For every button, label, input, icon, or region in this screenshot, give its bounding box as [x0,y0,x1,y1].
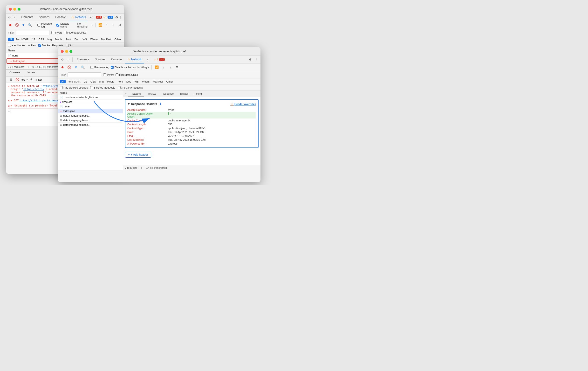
fg-panel-tab-headers[interactable]: Headers [128,90,144,97]
bg-prompt-cursor[interactable] [10,109,11,113]
fg-settings-icon[interactable]: ⚙ [248,57,253,62]
fg-panel-tab-initiator[interactable]: Initiator [177,90,191,97]
fg-blocked-requests-checkbox[interactable] [90,86,93,89]
fg-filter-btn[interactable]: ▼ [73,65,79,70]
fg-net-row-5[interactable]: 🖼 data:image/png;base... [58,118,123,123]
fg-response-headers-help[interactable]: ℹ [158,102,163,107]
fg-tab-console[interactable]: Console [109,56,124,64]
fg-panel-tab-timing[interactable]: Timing [191,90,205,97]
bg-type-js[interactable]: JS [31,38,37,41]
bg-type-css[interactable]: CSS [37,38,46,41]
fg-net-row-4[interactable]: 🖼 data:image/png;base... [58,113,123,118]
bg-invert-checkbox[interactable] [51,31,54,34]
fg-invert-checkbox[interactable] [103,73,106,76]
fg-net-row-1[interactable]: ■ style.css [58,100,123,104]
fg-clear-btn[interactable]: 🚫 [67,65,72,70]
fg-more-tabs[interactable]: » [145,57,150,62]
fg-has-blocked-checkbox[interactable] [60,86,63,89]
bg-console-eye-icon[interactable]: 👁 [29,77,34,82]
bg-hide-data-urls-checkbox[interactable] [64,31,67,34]
bg-console-tab[interactable]: Console [6,70,23,76]
bg-console-clear-icon[interactable]: 🚫 [15,77,20,82]
bg-err1-link2[interactable]: https://cors- [23,88,44,91]
fg-type-media[interactable]: Media [106,80,116,83]
fg-type-fetch[interactable]: Fetch/XHR [66,80,82,83]
bg-select-icon[interactable]: ⊹ [8,15,11,20]
fg-download-icon[interactable]: ↓ [168,65,173,70]
fg-type-font[interactable]: Font [116,80,125,83]
bg-tab-elements[interactable]: Elements [19,13,35,21]
fg-record-btn[interactable]: ⏺ [60,65,65,70]
fg-type-img[interactable]: Img [98,80,105,83]
fg-hide-data-urls-checkbox[interactable] [116,73,118,76]
bg-more-tabs[interactable]: » [89,15,92,20]
fg-panel-tab-response[interactable]: Response [159,90,177,97]
bg-settings-icon[interactable]: ⚙ [115,15,118,20]
fg-net-row-0[interactable]: 📄 cors-demo-devtools.glitch.me... [58,95,123,100]
bg-type-fetch[interactable]: Fetch/XHR [14,38,30,41]
bg-more-menu[interactable]: ⋮ [119,15,122,20]
fg-type-doc[interactable]: Doc [125,80,133,83]
fg-select-icon[interactable]: ⊹ [60,57,65,62]
bg-has-blocked-checkbox[interactable] [8,44,11,47]
bg-console-sidebar-icon[interactable]: ⊟ [8,77,13,82]
bg-search-btn[interactable]: 🔍 [27,22,32,28]
bg-settings2-icon[interactable]: ⚙ [117,22,122,28]
fg-type-ws[interactable]: WS [133,80,140,83]
bg-disable-cache-checkbox[interactable] [56,24,59,27]
fg-type-all[interactable]: All [60,80,66,83]
bg-upload-icon[interactable]: ↑ [105,22,109,28]
fg-tab-sources[interactable]: Sources [92,56,108,64]
fg-tab-elements[interactable]: Elements [74,56,91,64]
bg-tab-console[interactable]: Console [53,13,68,21]
fg-device-icon[interactable]: ▭ [66,57,70,62]
fg-panel-tab-preview[interactable]: Preview [144,90,159,97]
fg-wifi-icon[interactable]: 📶 [154,65,159,70]
fg-type-other[interactable]: Other [165,80,174,83]
bg-download-icon[interactable]: ↓ [111,22,116,28]
fg-type-manifest[interactable]: Manifest [151,80,165,83]
bg-type-media[interactable]: Media [54,38,64,41]
fg-search-btn[interactable]: 🔍 [80,65,85,70]
bg-device-icon[interactable]: ▭ [12,15,15,20]
fg-third-party-checkbox[interactable] [118,86,121,89]
fg-more-menu[interactable]: ⋮ [254,57,259,62]
fg-preserve-log-checkbox[interactable] [90,66,93,69]
bg-close-btn[interactable] [9,8,12,11]
fg-disable-cache-checkbox[interactable] [111,66,114,69]
bg-issues-tab[interactable]: Issues [23,70,39,76]
bg-tab-sources[interactable]: Sources [36,13,52,21]
fg-type-css[interactable]: CSS [89,80,97,83]
bg-third-party-checkbox[interactable] [66,44,69,47]
bg-filter-input[interactable] [16,30,49,35]
fg-maximize-btn[interactable] [69,50,72,53]
bg-filter-btn[interactable]: ▼ [21,22,26,28]
fg-upload-icon[interactable]: ↑ [161,65,166,70]
bg-record-btn[interactable]: ⏺ [8,22,13,28]
bg-type-img[interactable]: Img [46,38,53,41]
bg-type-other[interactable]: Other [113,38,123,41]
bg-clear-btn[interactable]: 🚫 [14,22,20,28]
fg-tab-network[interactable]: ⚠ Network [125,56,144,64]
fg-net-row-6[interactable]: 🖼 data:image/png;base... [58,123,123,127]
bg-blocked-requests-checkbox[interactable] [38,44,41,47]
fg-settings2-icon[interactable]: ⚙ [174,65,180,70]
fg-type-wasm[interactable]: Wasm [141,80,151,83]
bg-type-doc[interactable]: Doc [73,38,81,41]
bg-type-manifest[interactable]: Manifest [100,38,113,41]
bg-type-font[interactable]: Font [64,38,73,41]
fg-close-btn[interactable] [61,50,64,53]
bg-type-ws[interactable]: WS [81,38,88,41]
fg-minimize-btn[interactable] [65,50,68,53]
fg-panel-close[interactable]: × [123,90,128,97]
bg-tab-network[interactable]: ⚠ Network [69,13,88,21]
fg-net-row-2[interactable]: 📄 none [58,104,123,109]
bg-type-all[interactable]: All [8,38,14,41]
fg-add-header-btn[interactable]: + + Add header [125,152,151,158]
bg-minimize-btn[interactable] [13,8,16,11]
fg-type-js[interactable]: JS [83,80,88,83]
bg-type-wasm[interactable]: Wasm [89,38,99,41]
bg-preserve-log-checkbox[interactable] [37,24,40,27]
fg-filter-input[interactable] [68,72,101,77]
fg-header-override-btn[interactable]: 📋 Header overrides [230,103,256,106]
